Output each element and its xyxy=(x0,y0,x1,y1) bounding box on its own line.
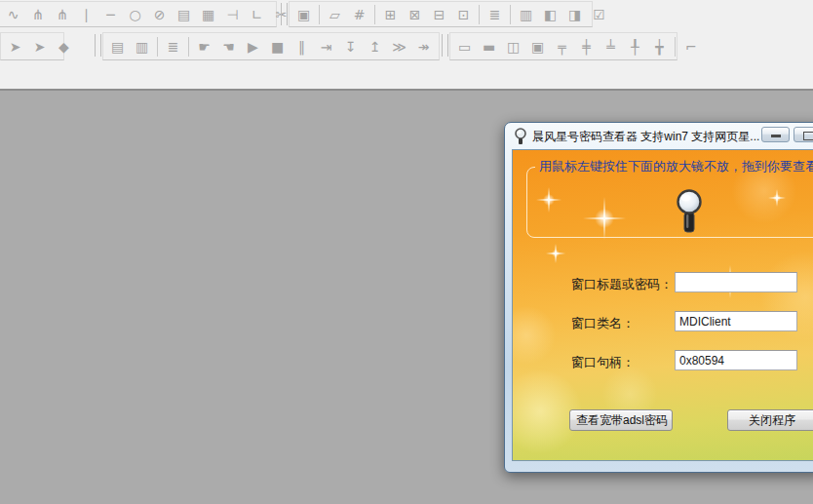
fast-forward-icon[interactable]: ≫ xyxy=(387,36,411,58)
wire-corner-mode-icon[interactable]: ⌐ xyxy=(678,36,703,58)
panel-z-icon[interactable]: ◧ xyxy=(538,4,562,25)
run-to-end-icon[interactable]: ↠ xyxy=(411,36,436,58)
minimize-icon xyxy=(771,135,781,137)
wire-tool-icon[interactable]: ∿ xyxy=(1,4,25,25)
toolbar-filter-panel: ➤➤◆ xyxy=(0,32,64,60)
window-title-or-password-input[interactable] xyxy=(675,272,797,292)
toolbar-separator xyxy=(374,5,375,24)
distribute-horizontal-icon[interactable]: ╈ xyxy=(647,36,672,58)
toolbar-separator xyxy=(281,3,288,25)
align-middle-icon[interactable]: ╪ xyxy=(574,36,599,58)
rom-select-icon[interactable]: ▣ xyxy=(291,4,316,25)
sheet-dot-icon[interactable]: ⊡ xyxy=(451,4,476,25)
place-part-alt-icon[interactable]: ▦ xyxy=(196,4,220,25)
net-filter-icon[interactable]: ◆ xyxy=(52,36,76,58)
step-icon[interactable]: ⇥ xyxy=(314,36,338,58)
remove-sheet-x-icon[interactable]: ⊠ xyxy=(403,4,427,25)
bus-entry-tool-icon[interactable]: ⋔ xyxy=(50,4,74,25)
window-handle-input[interactable] xyxy=(675,350,797,370)
panel-check-icon[interactable]: ☑ xyxy=(587,4,611,25)
place-circle-icon[interactable]: ○ xyxy=(123,4,147,25)
window-client-area: 用鼠标左键按住下面的放大镜不放，拖到你要查看密码的 窗口标题或密码： 窗口类名：… xyxy=(512,149,813,461)
pan-hand-alt-icon[interactable]: ☚ xyxy=(216,36,241,58)
load-snapshot-icon[interactable]: ▥ xyxy=(130,36,154,58)
chip-small-icon[interactable]: ▭ xyxy=(452,36,477,58)
toolbar-separator xyxy=(157,37,158,57)
save-snapshot-icon[interactable]: ▤ xyxy=(105,36,130,58)
toolbar-separator xyxy=(675,37,676,57)
toolbar-wiring-panel: ∿⋔⋔∣─○⊘▤▦⊣∟✂ xyxy=(0,1,277,27)
toolbar-separator xyxy=(95,34,101,57)
field-label-title-or-password: 窗口标题或密码： xyxy=(571,276,673,293)
toolbar-separator xyxy=(510,5,511,24)
minimize-button[interactable] xyxy=(761,127,790,142)
window-class-name-input[interactable] xyxy=(675,311,797,331)
pause-icon[interactable]: ‖ xyxy=(290,36,314,58)
place-no-erc-icon[interactable]: ⊘ xyxy=(147,4,172,25)
select-filter-alt-icon[interactable]: ➤ xyxy=(27,36,52,58)
magnifier-drag-icon[interactable] xyxy=(674,189,705,236)
toolbar-separator xyxy=(442,34,448,57)
toolbar-separator xyxy=(188,37,189,57)
toolbar-sheet-panel: ▣▱#⊞⊠⊟⊡≣▥◧◨☑ xyxy=(289,1,593,27)
maximize-button[interactable] xyxy=(794,127,813,142)
place-junction-icon[interactable]: ∣ xyxy=(74,4,98,25)
step-into-icon[interactable]: ↧ xyxy=(338,36,363,58)
bus-tool-icon[interactable]: ⋔ xyxy=(25,4,50,25)
watch-window-icon[interactable]: ≣ xyxy=(161,36,185,58)
run-icon[interactable]: ▶ xyxy=(241,36,265,58)
add-sheet-z-icon[interactable]: ⊞ xyxy=(378,4,403,25)
pan-hand-icon[interactable]: ☛ xyxy=(192,36,216,58)
step-out-icon[interactable]: ↥ xyxy=(363,36,387,58)
close-program-button[interactable]: 关闭程序 xyxy=(727,409,813,431)
place-part-icon[interactable]: ▤ xyxy=(172,4,196,25)
sparkle-decoration xyxy=(546,244,565,263)
chip-probe-icon[interactable]: ◫ xyxy=(501,36,525,58)
titlebar[interactable]: 晨风星号密码查看器 支持win7 支持网页星... xyxy=(505,123,813,149)
select-filter-icon[interactable]: ➤ xyxy=(3,36,27,58)
field-label-handle: 窗口句柄： xyxy=(571,354,635,371)
field-label-class-name: 窗口类名： xyxy=(571,315,635,332)
toolbar-separator xyxy=(319,5,320,24)
toolbar-align-panel: ▭▬◫▣╤╪╧╀╈⌐ xyxy=(449,32,678,60)
view-adsl-password-button[interactable]: 查看宽带adsl密码 xyxy=(569,409,673,431)
app-magnifier-icon xyxy=(514,128,527,145)
grid-toggle-icon[interactable]: # xyxy=(347,4,371,25)
align-bottom-icon[interactable]: ╧ xyxy=(599,36,623,58)
sheet-minus-icon[interactable]: ⊟ xyxy=(427,4,451,25)
layers-icon[interactable]: ▱ xyxy=(323,4,347,25)
instruction-caption: 用鼠标左键按住下面的放大镜不放，拖到你要查看密码的 xyxy=(535,158,813,175)
rom-window-icon[interactable]: ▥ xyxy=(514,4,538,25)
instruction-groupbox: 用鼠标左键按住下面的放大镜不放，拖到你要查看密码的 xyxy=(526,158,813,238)
window-title: 晨风星号密码查看器 支持win7 支持网页星... xyxy=(532,129,759,145)
password-viewer-window: 晨风星号密码查看器 支持win7 支持网页星... 用鼠标左键按住下面的放大镜不… xyxy=(504,122,813,473)
distribute-vertical-icon[interactable]: ╀ xyxy=(623,36,647,58)
panel-x-icon[interactable]: ◨ xyxy=(562,4,587,25)
toolbar-separator xyxy=(479,5,480,24)
place-corner-icon[interactable]: ∟ xyxy=(245,4,269,25)
place-line-icon[interactable]: ─ xyxy=(98,4,123,25)
toolbar-area: ∿⋔⋔∣─○⊘▤▦⊣∟✂ ▣▱#⊞⊠⊟⊡≣▥◧◨☑ ➤➤◆ ▤▥≣☛☚▶■‖⇥↧… xyxy=(0,0,813,91)
stop-icon[interactable]: ■ xyxy=(265,36,290,58)
toolbar-simulation-panel: ▤▥≣☛☚▶■‖⇥↧↥≫↠ xyxy=(102,32,440,60)
column-list-icon[interactable]: ≣ xyxy=(483,4,507,25)
chip-medium-icon[interactable]: ▬ xyxy=(477,36,501,58)
chip-generator-icon[interactable]: ▣ xyxy=(525,36,550,58)
place-probe-icon[interactable]: ⊣ xyxy=(220,4,245,25)
align-top-icon[interactable]: ╤ xyxy=(550,36,574,58)
maximize-icon xyxy=(803,132,813,140)
